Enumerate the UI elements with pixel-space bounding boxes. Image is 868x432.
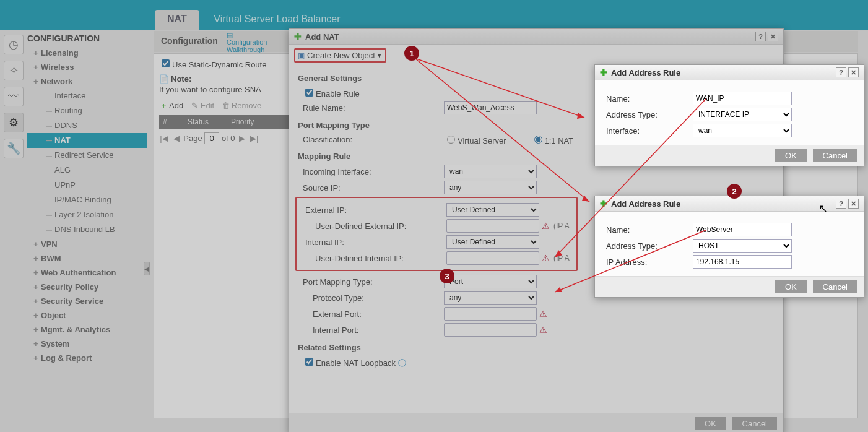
use-static-dynamic-route[interactable]: Use Static-Dynamic Route (159, 60, 266, 69)
help-icon[interactable]: ? (836, 67, 846, 77)
user-defined-external-ip-label: User-Defined External IP: (298, 222, 446, 231)
name-input[interactable] (693, 223, 792, 236)
protocol-type-select[interactable]: any (444, 291, 537, 305)
close-icon[interactable]: ✕ (768, 32, 778, 41)
add-button[interactable]: ＋Add (159, 100, 183, 111)
object-icon: ▣ (298, 51, 305, 60)
ok-button[interactable]: OK (775, 149, 807, 162)
sidebar-item-nat[interactable]: NAT (27, 133, 147, 148)
one-to-one-nat-radio[interactable]: 1:1 NAT (531, 134, 574, 145)
sidebar-item-layer-2-isolation[interactable]: Layer 2 Isolation (27, 207, 147, 222)
mouse-cursor-icon: ↖ (818, 202, 828, 215)
classification-label: Classification: (295, 135, 444, 144)
sidebar-item-web-authentication[interactable]: Web Authentication (27, 266, 147, 280)
ok-button[interactable]: OK (695, 417, 726, 430)
sidebar-item-upnp[interactable]: UPnP (27, 178, 147, 192)
sidebar-item-interface[interactable]: Interface (27, 89, 147, 103)
cancel-button[interactable]: Cancel (813, 149, 857, 162)
error-icon: ⚠ (539, 325, 547, 335)
sidebar-item-vpn[interactable]: VPN (27, 237, 147, 251)
enable-rule-checkbox[interactable] (305, 89, 313, 97)
sidebar-item-object[interactable]: Object (27, 308, 147, 322)
col-status[interactable]: Status (184, 115, 227, 129)
plus-icon: ✚ (294, 32, 302, 41)
sidebar-item-alg[interactable]: ALG (27, 163, 147, 178)
tab-vslb[interactable]: Virtual Server Load Balancer (201, 10, 352, 30)
sidebar-item-redirect-service[interactable]: Redirect Service (27, 148, 147, 163)
close-icon[interactable]: ✕ (848, 199, 859, 209)
external-port-label: External Port: (295, 309, 444, 319)
monitor-icon[interactable]: 〰 (4, 87, 24, 106)
col-num[interactable]: # (159, 115, 184, 129)
plus-icon: ✚ (600, 67, 607, 77)
info-icon[interactable]: ⓘ (398, 358, 406, 368)
pager-last[interactable]: ▶| (250, 134, 259, 143)
internal-port-input[interactable] (444, 323, 537, 337)
remove-button[interactable]: 🗑Remove (222, 101, 261, 110)
dashboard-icon[interactable]: ◷ (4, 35, 24, 54)
source-ip-select[interactable]: any (444, 181, 537, 194)
sidebar-item-bwm[interactable]: BWM (27, 251, 147, 266)
help-icon[interactable]: ? (755, 32, 766, 41)
dialog-title: Add Address Rule (611, 68, 680, 77)
walkthrough-link[interactable]: ▤ Configuration Walkthrough (227, 31, 267, 53)
user-defined-external-ip-input[interactable] (446, 219, 539, 233)
cancel-button[interactable]: Cancel (813, 280, 857, 293)
pager-page-input[interactable] (204, 132, 219, 144)
callout-1: 1 (404, 46, 419, 61)
tools-icon[interactable]: 🔧 (4, 139, 24, 158)
address-type-select[interactable]: HOST (693, 239, 792, 253)
incoming-interface-select[interactable]: wan (444, 165, 537, 178)
virtual-server-radio[interactable]: Virtual Server (444, 134, 506, 145)
enable-nat-loopback-checkbox[interactable] (305, 358, 313, 366)
internal-ip-select[interactable]: User Defined (446, 235, 539, 249)
close-icon[interactable]: ✕ (848, 67, 859, 77)
external-ip-label: External IP: (298, 205, 446, 215)
left-icon-rail: ◷ ✧ 〰 ⚙ 🔧 (2, 32, 25, 165)
sidebar-item-mgmt-analytics[interactable]: Mgmt. & Analytics (27, 322, 147, 337)
sidebar-item-wireless[interactable]: Wireless (27, 60, 147, 74)
add-address-rule-dialog-1: ✚ Add Address Rule ? ✕ Name: Address Typ… (594, 64, 864, 166)
sidebar-item-licensing[interactable]: Licensing (27, 46, 147, 60)
sidebar-item-ddns[interactable]: DDNS (27, 118, 147, 133)
pager-first[interactable]: |◀ (159, 134, 169, 143)
wizard-icon[interactable]: ✧ (4, 61, 24, 80)
interface-select[interactable]: wan (693, 124, 792, 137)
name-input[interactable] (693, 92, 792, 105)
use-static-checkbox[interactable] (162, 59, 170, 67)
rule-name-input[interactable] (444, 101, 537, 114)
sidebar-item-network[interactable]: Network (27, 74, 147, 89)
mapping-rule-highlight: External IP: User Defined User-Defined E… (295, 197, 578, 271)
sidebar-collapse-handle[interactable]: ◀ (144, 262, 150, 275)
related-settings-title: Related Settings (298, 343, 775, 352)
sidebar-item-dns-inbound-lb[interactable]: DNS Inbound LB (27, 222, 147, 237)
address-type-label: Address Type: (606, 110, 693, 119)
user-defined-internal-ip-label: User-Defined Internal IP: (298, 254, 446, 263)
create-new-object-dropdown[interactable]: ▣ Create New Object▼ (294, 48, 386, 63)
external-port-input[interactable] (444, 307, 537, 321)
port-mapping-type-select[interactable]: Port (444, 275, 537, 288)
edit-button[interactable]: ✎Edit (191, 101, 214, 110)
help-icon[interactable]: ? (836, 199, 846, 209)
pager-next[interactable]: ▶ (237, 134, 247, 143)
tab-nat[interactable]: NAT (155, 10, 199, 30)
ip-address-input[interactable] (693, 255, 792, 269)
gear-icon[interactable]: ⚙ (4, 113, 24, 132)
pager-of-label: of 0 (222, 134, 235, 143)
sidebar-item-routing[interactable]: Routing (27, 103, 147, 118)
sidebar-item-log-report[interactable]: Log & Report (27, 351, 147, 365)
enable-rule-label: Enable Rule (316, 89, 360, 98)
enable-nat-loopback-label: Enable NAT Loopback (316, 358, 396, 368)
sidebar-item-security-service[interactable]: Security Service (27, 294, 147, 308)
callout-2: 2 (727, 184, 742, 199)
user-defined-internal-ip-input[interactable] (446, 251, 539, 265)
sidebar-item-security-policy[interactable]: Security Policy (27, 280, 147, 294)
pager-prev[interactable]: ◀ (171, 134, 181, 143)
sidebar-item-system[interactable]: System (27, 337, 147, 351)
cancel-button[interactable]: Cancel (732, 417, 777, 430)
external-ip-select[interactable]: User Defined (446, 203, 539, 217)
sidebar-item-ip-mac-binding[interactable]: IP/MAC Binding (27, 192, 147, 207)
address-type-select[interactable]: INTERFACE IP (693, 108, 792, 121)
note-icon: 📄 (159, 74, 169, 84)
ok-button[interactable]: OK (775, 280, 807, 293)
